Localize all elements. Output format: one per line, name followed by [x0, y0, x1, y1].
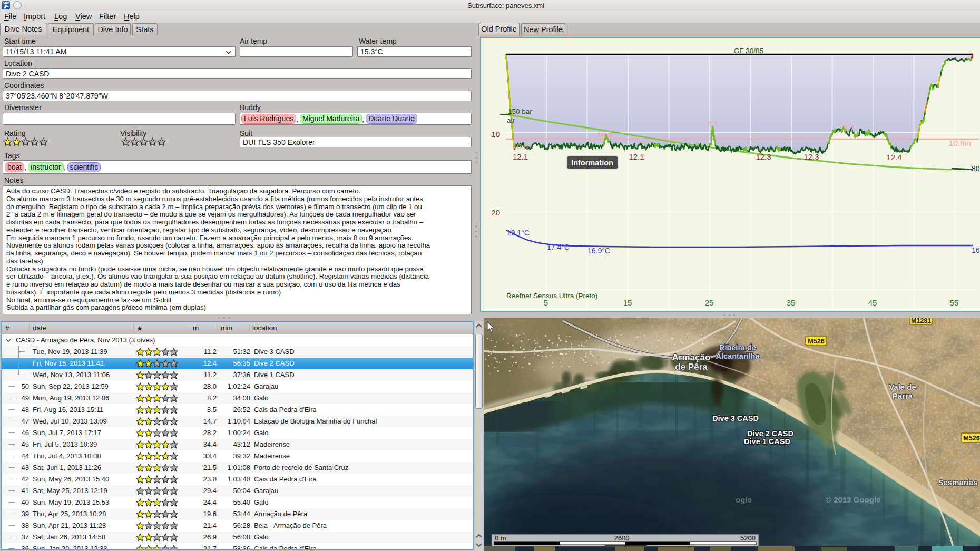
- svg-text:20: 20: [491, 208, 500, 217]
- svg-text:150 bar: 150 bar: [508, 107, 532, 115]
- svg-text:de Pêra: de Pêra: [675, 362, 708, 372]
- svg-text:80: 80: [972, 164, 980, 173]
- svg-text:air: air: [507, 116, 515, 124]
- svg-text:Information: Information: [571, 159, 613, 167]
- svg-text:15: 15: [623, 298, 632, 307]
- svg-text:Vale de: Vale de: [889, 382, 916, 391]
- svg-text:Dive 1 CASD: Dive 1 CASD: [744, 437, 790, 446]
- svg-text:Alcantarilha: Alcantarilha: [716, 352, 760, 360]
- svg-text:12.1: 12.1: [629, 152, 644, 161]
- svg-text:10.8: 10.8: [513, 142, 528, 151]
- svg-text:M526: M526: [808, 338, 824, 345]
- svg-text:12.4: 12.4: [886, 153, 901, 162]
- svg-text:12.1: 12.1: [513, 152, 528, 161]
- svg-text:Parra: Parra: [893, 391, 913, 400]
- svg-text:10.8m: 10.8m: [949, 139, 971, 147]
- svg-text:Dive 3 CASD: Dive 3 CASD: [712, 414, 759, 422]
- svg-text:12.3: 12.3: [756, 152, 771, 161]
- svg-text:M1281: M1281: [911, 318, 931, 324]
- svg-text:Dive 2 CASD: Dive 2 CASD: [747, 429, 793, 438]
- svg-text:9.7: 9.7: [844, 123, 855, 132]
- svg-text:9.1: 9.1: [708, 119, 719, 128]
- svg-text:2600: 2600: [614, 534, 630, 542]
- svg-text:Reefnet Sensus Ultra (Preto): Reefnet Sensus Ultra (Preto): [506, 292, 597, 300]
- svg-text:0 m: 0 m: [495, 534, 506, 542]
- svg-text:GF 30/85: GF 30/85: [734, 47, 763, 55]
- svg-text:25: 25: [705, 298, 714, 307]
- svg-text:Sesmarias: Sesmarias: [938, 478, 977, 487]
- svg-text:16: 16: [972, 246, 980, 254]
- svg-text:10.5: 10.5: [597, 129, 612, 138]
- svg-text:5: 5: [544, 298, 548, 307]
- svg-text:10: 10: [491, 130, 500, 139]
- svg-text:17.4°C: 17.4°C: [547, 243, 570, 251]
- svg-text:Ribeira de: Ribeira de: [719, 343, 756, 352]
- svg-text:ogle: ogle: [736, 495, 752, 504]
- svg-text:19.1°C: 19.1°C: [507, 229, 530, 237]
- svg-text:55: 55: [950, 298, 959, 307]
- svg-text:35: 35: [787, 298, 796, 307]
- svg-text:45: 45: [868, 298, 877, 307]
- svg-text:© 2013 Google: © 2013 Google: [826, 495, 880, 504]
- svg-text:Armação: Armação: [672, 352, 711, 362]
- svg-text:5200: 5200: [740, 534, 756, 542]
- svg-text:12.3: 12.3: [803, 152, 819, 161]
- svg-text:16.9°C: 16.9°C: [587, 247, 610, 255]
- svg-text:M526: M526: [963, 435, 979, 442]
